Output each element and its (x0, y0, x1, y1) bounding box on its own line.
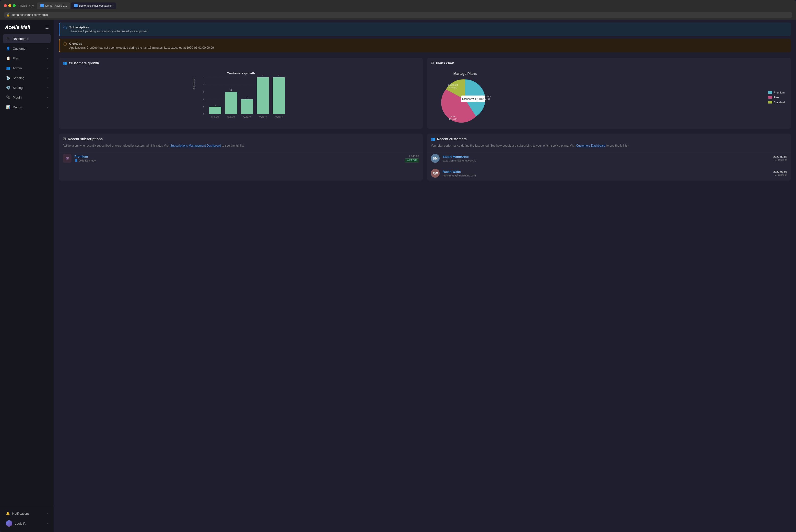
plans-chart-header: ☑ Plans chart (427, 58, 791, 68)
customer-avatar-1: RW (431, 169, 440, 178)
customers-growth-header: 👥 Customers growth (59, 58, 423, 68)
info-circle-icon: ⓘ (63, 26, 67, 30)
alert-text: Application's CronJob has not been execu… (69, 46, 214, 50)
svg-text:1: 1 (214, 103, 216, 106)
bar-05-2022 (257, 77, 269, 114)
alert-title: Subscription (69, 25, 147, 29)
admin-icon: 👥 (6, 66, 10, 70)
customer-date-value-1: 2022-06-08 (774, 170, 787, 173)
svg-text:2: 2 (246, 96, 247, 99)
legend-free-color (768, 96, 772, 99)
private-label: Private (19, 4, 27, 7)
pie-legend: Premium Free Standard (768, 91, 785, 104)
svg-text:5: 5 (203, 76, 204, 79)
tab2-label: demo.acellemail.com/admin (79, 4, 112, 7)
user-profile-item[interactable]: Louis P. › (3, 518, 51, 529)
legend-free-label: Free (774, 96, 779, 99)
sidebar-item-setting[interactable]: ⚙️ Setting › (3, 83, 51, 92)
customer-avatar-0: SM (431, 154, 440, 163)
subscription-plan-name: Premium (74, 155, 402, 158)
maximize-button[interactable] (13, 4, 16, 7)
customers-desc-suffix2: to see the full list (606, 144, 628, 147)
customer-name-0: Stuart Mannarino (442, 155, 771, 158)
svg-text:5: 5 (278, 74, 279, 77)
legend-premium: Premium (768, 91, 785, 94)
bottom-row: ☑ Recent subscriptions Active users who … (59, 134, 791, 180)
warning-circle-icon: ⓘ (63, 42, 67, 46)
recent-subscriptions-title: Recent subscriptions (68, 137, 102, 141)
plan-icon: 📋 (6, 56, 10, 60)
address-bar-row: 🔒 demo.acellemail.com/admin (4, 11, 792, 20)
customers-desc-text: Your plan performance during the last pe… (431, 144, 575, 147)
svg-text:Free: Free (450, 115, 456, 118)
customer-date-value-0: 2022-06-08 (774, 155, 787, 158)
sidebar-item-admin[interactable]: 👥 Admin › (3, 63, 51, 73)
sidebar-item-label: Dashboard (13, 37, 29, 41)
notifications-item[interactable]: 🔔 Notifications › (3, 509, 51, 518)
svg-text:Manage Plans: Manage Plans (453, 72, 477, 76)
sidebar-item-dashboard[interactable]: ⊞ Dashboard (3, 34, 51, 43)
sidebar-item-label: Plugin (13, 96, 21, 99)
sidebar-item-label: Setting (13, 86, 22, 90)
svg-text:20% (1): 20% (1) (449, 86, 457, 89)
close-button[interactable] (4, 4, 7, 7)
chevron-right-icon: › (47, 512, 48, 515)
url-text: demo.acellemail.com/admin (12, 13, 48, 17)
sidebar-item-label: Report (13, 106, 22, 109)
minimize-button[interactable] (8, 4, 11, 7)
sidebar-item-customer[interactable]: 👤 Customer › (3, 44, 51, 53)
svg-text:5: 5 (262, 74, 263, 77)
app-logo: Acelle·Mail (5, 24, 30, 30)
status-badge: ACTIVE (405, 158, 419, 163)
customer-date-label-1: Created at (774, 173, 787, 176)
legend-standard-color (768, 101, 772, 103)
svg-text:06/2022: 06/2022 (275, 116, 283, 118)
customer-date-1: 2022-06-08 Created at (774, 170, 787, 176)
customer-date-label-0: Created at (774, 158, 787, 161)
tab1-favicon (40, 4, 44, 7)
refresh-icon[interactable]: ↻ (32, 4, 34, 7)
report-icon: 📊 (6, 105, 10, 109)
menu-toggle-icon[interactable]: ☰ (45, 25, 49, 30)
users-icon: 👥 (63, 61, 67, 65)
svg-text:03/2022: 03/2022 (227, 116, 235, 118)
sidebar-item-plugin[interactable]: 🔌 Plugin › (3, 93, 51, 102)
pie-chart-container: Manage Plans (433, 70, 497, 125)
sidebar-item-plan[interactable]: 📋 Plan › (3, 54, 51, 63)
svg-text:Standard: Standard (448, 83, 458, 86)
browser-tab-1[interactable]: Demo - Acelle E... (37, 2, 70, 9)
svg-text:40% (2): 40% (2) (449, 118, 457, 120)
svg-text:4: 4 (203, 83, 204, 86)
back-icon[interactable]: ‹ (29, 4, 30, 7)
svg-text:02/2022: 02/2022 (211, 116, 219, 118)
customer-item-0: SM Stuart Mannarino stuart.lemon@thenetw… (427, 151, 791, 166)
customers-dashboard-link[interactable]: Customers Dashboard (576, 144, 606, 147)
sidebar-nav: ⊞ Dashboard 👤 Customer › 📋 Plan › (0, 34, 54, 506)
svg-text:0: 0 (203, 113, 204, 115)
subscriptions-mgmt-link[interactable]: Subscriptions Management Dashboard (170, 144, 221, 147)
bar-04-2022 (241, 99, 253, 114)
dashboard-content: 👥 Customers growth Customers growth Subs… (54, 54, 796, 185)
chevron-right-icon: › (47, 522, 48, 525)
customer-email-0: stuart.lemon@thenetwork.io (442, 159, 771, 162)
sidebar-item-label: Sending (13, 76, 24, 80)
cronjob-alert: ⓘ CronJob Application's CronJob has not … (59, 39, 791, 52)
chevron-right-icon: › (47, 67, 48, 70)
subscription-user: 👤 Jolie Kennedy (74, 159, 402, 162)
user-name: Louis P. (15, 522, 26, 526)
svg-text:3: 3 (203, 91, 204, 93)
browser-tab-2[interactable]: demo.acellemail.com/admin (71, 2, 116, 9)
recent-subscriptions-card: ☑ Recent subscriptions Active users who … (59, 134, 423, 180)
svg-text:05/2022: 05/2022 (259, 116, 267, 118)
bar-02-2022 (209, 107, 221, 114)
sidebar-item-sending[interactable]: 📡 Sending › (3, 73, 51, 82)
subscription-meta: Ends on ACTIVE (405, 154, 419, 163)
address-bar[interactable]: 🔒 demo.acellemail.com/admin (4, 12, 792, 18)
browser-nav: Private ‹ ↻ (19, 4, 34, 7)
alert-title: CronJob (69, 42, 214, 45)
dashboard-icon: ⊞ (6, 36, 10, 41)
sidebar-item-report[interactable]: 📊 Report › (3, 102, 51, 112)
recent-subscriptions-header: ☑ Recent subscriptions (59, 134, 423, 144)
svg-text:Customers growth: Customers growth (227, 72, 255, 75)
customer-email-1: rubin.maya@instantinc.com (442, 174, 771, 177)
